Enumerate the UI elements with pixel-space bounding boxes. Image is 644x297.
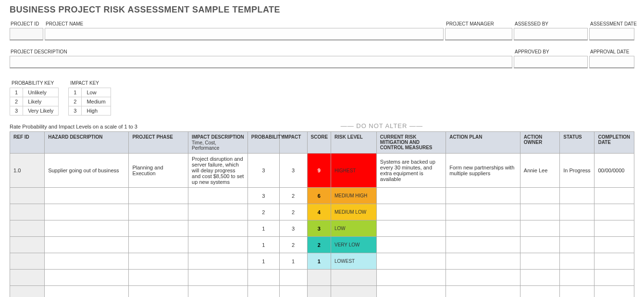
cell[interactable]: Planning and Execution <box>129 154 188 188</box>
cell[interactable] <box>188 220 248 237</box>
cell[interactable] <box>446 188 520 204</box>
cell[interactable] <box>188 270 248 286</box>
cell[interactable]: Systems are backed up every 30 minutes, … <box>376 154 446 188</box>
cell[interactable] <box>520 204 559 220</box>
input-project-name[interactable] <box>45 28 444 40</box>
cell[interactable]: 3 <box>279 220 307 237</box>
cell[interactable]: 2 <box>279 237 307 253</box>
cell[interactable] <box>446 237 520 253</box>
cell[interactable]: 9 <box>307 154 331 188</box>
cell[interactable] <box>10 188 45 204</box>
input-approved-by[interactable] <box>514 56 588 68</box>
input-assessment-date[interactable] <box>589 28 634 40</box>
cell[interactable] <box>129 270 188 286</box>
cell[interactable] <box>45 286 129 297</box>
cell[interactable] <box>376 270 446 286</box>
cell[interactable]: LOW <box>331 220 376 237</box>
cell[interactable] <box>10 204 45 220</box>
cell[interactable] <box>45 220 129 237</box>
cell[interactable] <box>446 253 520 270</box>
cell[interactable] <box>594 286 634 297</box>
cell[interactable] <box>45 237 129 253</box>
cell[interactable] <box>248 270 279 286</box>
cell[interactable]: 00/00/0000 <box>594 154 634 188</box>
cell[interactable]: 2 <box>248 204 279 220</box>
cell[interactable] <box>129 220 188 237</box>
cell[interactable] <box>10 237 45 253</box>
cell[interactable] <box>307 270 331 286</box>
cell[interactable] <box>10 253 45 270</box>
cell[interactable] <box>10 220 45 237</box>
cell[interactable] <box>129 253 188 270</box>
cell[interactable] <box>376 204 446 220</box>
cell[interactable]: 3 <box>248 188 279 204</box>
cell[interactable] <box>376 237 446 253</box>
cell[interactable] <box>520 237 559 253</box>
cell[interactable]: 2 <box>279 188 307 204</box>
cell[interactable]: 4 <box>307 204 331 220</box>
cell[interactable] <box>10 270 45 286</box>
input-project-id[interactable] <box>10 28 43 40</box>
cell[interactable] <box>45 204 129 220</box>
cell[interactable]: Form new partnerships with multiple supp… <box>446 154 520 188</box>
cell[interactable] <box>129 188 188 204</box>
cell[interactable] <box>188 204 248 220</box>
cell[interactable]: MEDIUM HIGH <box>331 188 376 204</box>
cell[interactable] <box>188 253 248 270</box>
cell[interactable]: VERY LOW <box>331 237 376 253</box>
cell[interactable] <box>248 286 279 297</box>
cell[interactable]: Annie Lee <box>520 154 559 188</box>
input-approval-date[interactable] <box>589 56 634 68</box>
cell[interactable]: 6 <box>307 188 331 204</box>
cell[interactable] <box>594 237 634 253</box>
cell[interactable] <box>520 270 559 286</box>
cell[interactable]: 1 <box>279 253 307 270</box>
cell[interactable] <box>279 286 307 297</box>
cell[interactable] <box>331 286 376 297</box>
input-project-manager[interactable] <box>445 28 512 40</box>
cell[interactable]: In Progress <box>560 154 594 188</box>
cell[interactable]: Supplier going out of business <box>45 154 129 188</box>
cell[interactable] <box>376 253 446 270</box>
cell[interactable] <box>129 286 188 297</box>
cell[interactable] <box>446 220 520 237</box>
cell[interactable] <box>45 188 129 204</box>
cell[interactable] <box>307 286 331 297</box>
cell[interactable] <box>560 286 594 297</box>
cell[interactable]: 3 <box>279 154 307 188</box>
cell[interactable] <box>45 270 129 286</box>
cell[interactable] <box>376 188 446 204</box>
cell[interactable] <box>376 220 446 237</box>
cell[interactable]: 3 <box>307 220 331 237</box>
cell[interactable] <box>446 204 520 220</box>
cell[interactable] <box>520 188 559 204</box>
cell[interactable] <box>594 253 634 270</box>
cell[interactable] <box>331 270 376 286</box>
cell[interactable] <box>594 220 634 237</box>
cell[interactable]: 1 <box>248 253 279 270</box>
cell[interactable]: 1 <box>307 253 331 270</box>
cell[interactable]: Project disruption and server failure, w… <box>188 154 248 188</box>
input-assessed-by[interactable] <box>514 28 588 40</box>
cell[interactable] <box>129 204 188 220</box>
cell[interactable]: 1 <box>248 237 279 253</box>
cell[interactable] <box>560 237 594 253</box>
cell[interactable]: 1 <box>248 220 279 237</box>
cell[interactable] <box>376 286 446 297</box>
cell[interactable] <box>560 220 594 237</box>
cell[interactable] <box>45 253 129 270</box>
cell[interactable] <box>188 237 248 253</box>
cell[interactable] <box>560 253 594 270</box>
cell[interactable]: 3 <box>248 154 279 188</box>
cell[interactable]: LOWEST <box>331 253 376 270</box>
input-project-description[interactable] <box>10 56 512 68</box>
cell[interactable]: HIGHEST <box>331 154 376 188</box>
cell[interactable] <box>520 253 559 270</box>
cell[interactable] <box>594 188 634 204</box>
cell[interactable]: 1.0 <box>10 154 45 188</box>
cell[interactable]: 2 <box>279 204 307 220</box>
cell[interactable] <box>560 204 594 220</box>
cell[interactable] <box>520 220 559 237</box>
cell[interactable] <box>594 270 634 286</box>
cell[interactable] <box>594 204 634 220</box>
